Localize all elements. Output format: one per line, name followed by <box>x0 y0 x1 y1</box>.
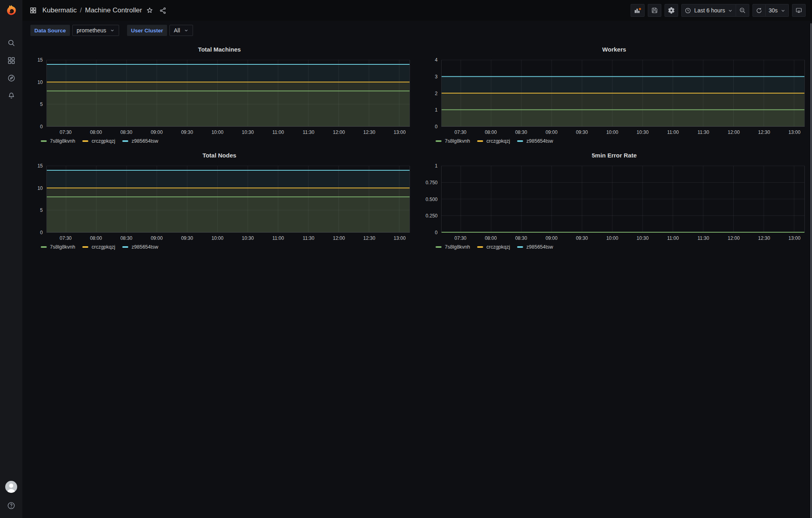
legend-item-z985654tsw[interactable]: z985654tsw <box>517 138 553 144</box>
legend-item-z985654tsw[interactable]: z985654tsw <box>517 244 553 250</box>
refresh-group: 30s <box>752 4 789 17</box>
x-tick-label: 13:00 <box>394 130 406 135</box>
legend-item-7s8lg8kvnh[interactable]: 7s8lg8kvnh <box>436 244 470 250</box>
dashboard-apps-button[interactable] <box>28 5 38 16</box>
breadcrumb-folder[interactable]: Kubermatic <box>42 6 77 14</box>
help-button[interactable] <box>3 499 19 512</box>
legend: 7s8lg8kvnhcrczgpkqzjz985654tsw <box>424 242 805 252</box>
variable-user-cluster: User Cluster All <box>127 25 193 36</box>
dashboard-settings-button[interactable] <box>665 4 678 17</box>
legend-item-crczgpkqzj[interactable]: crczgpkqzj <box>477 138 510 144</box>
x-tick-label: 08:30 <box>515 235 527 241</box>
legend-item-z985654tsw[interactable]: z985654tsw <box>122 244 158 250</box>
save-dashboard-button[interactable] <box>648 4 661 17</box>
legend-series-swatch <box>41 246 47 248</box>
kiosk-mode-button[interactable] <box>792 4 806 17</box>
sidebar <box>0 0 22 518</box>
y-tick-label: 3 <box>435 74 438 80</box>
chart-body: 0123407:3008:0008:3009:0009:3010:0010:30… <box>424 60 805 146</box>
navbar-left: Kubermatic / Machine Controller <box>28 5 168 16</box>
sidebar-bottom <box>3 480 19 518</box>
legend-series-swatch <box>517 140 523 142</box>
legend: 7s8lg8kvnhcrczgpkqzjz985654tsw <box>29 136 410 146</box>
legend-series-name: crczgpkqzj <box>486 244 510 250</box>
apps-grid-icon <box>30 7 37 14</box>
y-tick-label: 0.750 <box>426 180 438 185</box>
panel-title[interactable]: 5min Error Rate <box>424 151 805 159</box>
vertical-scrollbar[interactable] <box>810 23 812 518</box>
legend-series-swatch <box>477 140 483 142</box>
x-tick-label: 13:00 <box>394 235 406 241</box>
favorite-button[interactable] <box>144 5 155 16</box>
panel-title[interactable]: Total Nodes <box>29 151 410 159</box>
page-title: Machine Controller <box>85 6 142 14</box>
legend-item-crczgpkqzj[interactable]: crczgpkqzj <box>82 138 115 144</box>
clock-icon <box>685 7 691 14</box>
y-tick-label: 0 <box>435 124 438 130</box>
zoom-out-icon <box>739 7 746 14</box>
time-range-picker[interactable]: Last 6 hours <box>681 4 736 17</box>
legend-item-z985654tsw[interactable]: z985654tsw <box>122 138 158 144</box>
legend-series-name: crczgpkqzj <box>486 138 510 144</box>
y-tick-label: 5 <box>40 207 43 213</box>
variable-label-data-source: Data Source <box>30 25 70 36</box>
y-axis: 01234 <box>424 60 441 127</box>
variable-value-data-source[interactable]: prometheus <box>72 25 119 36</box>
legend-series-swatch <box>436 140 442 142</box>
legend-item-7s8lg8kvnh[interactable]: 7s8lg8kvnh <box>41 244 75 250</box>
x-tick-label: 07:30 <box>454 130 466 135</box>
legend-item-crczgpkqzj[interactable]: crczgpkqzj <box>477 244 510 250</box>
sidebar-item-alerting[interactable] <box>3 89 19 102</box>
add-panel-button[interactable] <box>631 4 645 17</box>
dashboard-grid: Total Machines05101507:3008:0008:3009:00… <box>22 40 812 518</box>
x-tick-label: 09:00 <box>545 130 557 135</box>
zoom-out-time-button[interactable] <box>736 4 749 17</box>
x-tick-label: 13:00 <box>788 130 800 135</box>
y-axis: 051015 <box>29 60 46 127</box>
x-tick-label: 10:00 <box>211 130 223 135</box>
x-tick-label: 10:30 <box>242 235 254 241</box>
legend-item-7s8lg8kvnh[interactable]: 7s8lg8kvnh <box>436 138 470 144</box>
star-icon <box>146 7 153 14</box>
legend-series-name: z985654tsw <box>131 138 158 144</box>
y-tick-label: 15 <box>38 57 43 63</box>
y-axis: 00.2500.5000.7501 <box>424 166 441 233</box>
sidebar-item-search[interactable] <box>3 36 19 50</box>
x-axis: 07:3008:0008:3009:0009:3010:0010:3011:00… <box>441 127 805 136</box>
x-tick-label: 07:30 <box>60 130 72 135</box>
plot-area[interactable] <box>441 60 805 127</box>
variables-bar: Data Source prometheus User Cluster All <box>22 21 812 40</box>
y-tick-label: 0.500 <box>426 197 438 202</box>
legend-item-7s8lg8kvnh[interactable]: 7s8lg8kvnh <box>41 138 75 144</box>
sidebar-item-explore[interactable] <box>3 71 19 85</box>
legend-series-name: 7s8lg8kvnh <box>50 138 75 144</box>
plot-area[interactable] <box>46 60 410 127</box>
x-axis: 07:3008:0008:3009:0009:3010:0010:3011:00… <box>46 127 410 136</box>
legend-series-swatch <box>122 246 128 248</box>
panel-5min-error-rate: 5min Error Rate00.2500.5000.750107:3008:… <box>420 149 809 252</box>
panel-total-nodes: Total Nodes05101507:3008:0008:3009:0009:… <box>26 149 414 252</box>
y-tick-label: 4 <box>435 57 438 63</box>
legend-series-name: z985654tsw <box>131 244 158 250</box>
user-avatar[interactable] <box>5 480 18 493</box>
x-tick-label: 12:00 <box>333 235 345 241</box>
x-tick-label: 10:00 <box>211 235 223 241</box>
x-tick-label: 09:00 <box>151 235 163 241</box>
variable-label-user-cluster: User Cluster <box>127 25 167 36</box>
panel-title[interactable]: Workers <box>424 46 805 54</box>
refresh-interval-picker[interactable]: 30s <box>766 4 789 17</box>
sidebar-item-dashboards[interactable] <box>3 54 19 67</box>
panel-title[interactable]: Total Machines <box>29 46 410 54</box>
variable-value-user-cluster[interactable]: All <box>169 25 193 36</box>
x-tick-label: 11:00 <box>273 130 284 135</box>
sidebar-nav <box>3 36 19 102</box>
share-button[interactable] <box>157 5 168 16</box>
refresh-button[interactable] <box>752 4 766 17</box>
x-tick-label: 09:30 <box>181 235 193 241</box>
plot-area[interactable] <box>441 166 805 233</box>
grafana-logo-icon <box>4 4 18 18</box>
grafana-logo[interactable] <box>0 0 22 22</box>
y-tick-label: 1 <box>435 107 438 113</box>
plot-area[interactable] <box>46 166 410 233</box>
legend-item-crczgpkqzj[interactable]: crczgpkqzj <box>82 244 115 250</box>
